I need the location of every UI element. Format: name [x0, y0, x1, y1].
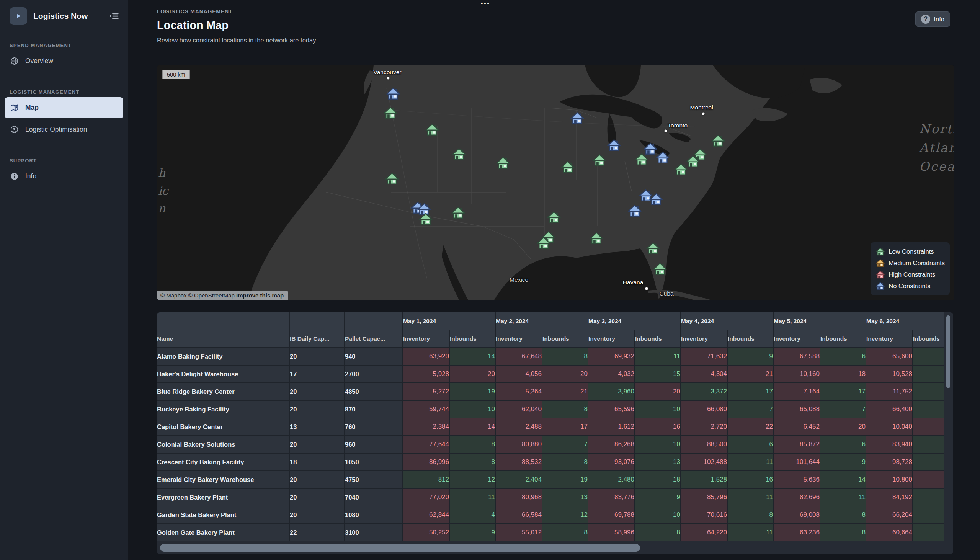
inventory-cell: 69,788 [588, 506, 635, 523]
inbounds-cell: 18 [635, 471, 681, 488]
location-marker-low-constraints[interactable] [646, 241, 660, 256]
pallet-capacity-cell: 1050 [345, 453, 403, 471]
medium-constraints-house-icon [875, 258, 885, 268]
inventory-cell: 5,264 [495, 383, 542, 400]
page-subtitle: Review how constraint locations in the n… [157, 37, 316, 44]
sidebar-item-info[interactable]: Info [5, 166, 123, 187]
inventory-cell: 80,968 [495, 488, 542, 506]
pallet-capacity-cell: 960 [345, 436, 403, 453]
inbounds-cell: 9 [820, 453, 866, 471]
location-marker-low-constraints[interactable] [653, 262, 667, 277]
inbounds-cell: 6 [820, 436, 866, 453]
inbounds-cell: 10 [635, 400, 681, 418]
location-marker-no-constraints[interactable] [386, 87, 400, 101]
location-marker-low-constraints[interactable] [634, 152, 649, 167]
column-header-inbounds: Inbounds [635, 330, 681, 348]
ocean-label-fragment: h [158, 166, 165, 180]
sidebar-item-logistic-optimisation[interactable]: Logistic Optimisation [5, 119, 123, 140]
table-row: Buckeye Baking Facility2087059,7441062,0… [157, 400, 944, 418]
location-marker-no-constraints[interactable] [607, 138, 621, 153]
map-icon [10, 103, 19, 112]
inbounds-cell: 14 [820, 471, 866, 488]
facility-name-cell: Alamo Baking Facility [157, 348, 289, 365]
ocean-label-atlantic: Ocean [919, 159, 954, 174]
inventory-cell: 102,488 [681, 453, 727, 471]
inventory-cell: 83,940 [866, 436, 913, 453]
inbounds-cell: 8 [635, 523, 681, 541]
ib-daily-cap-cell: 13 [289, 418, 345, 436]
date-group-header: May 1, 2024 [403, 312, 495, 330]
facility-name-cell: Emerald City Bakery Warehouse [157, 471, 289, 488]
inbounds-cell [913, 488, 944, 506]
location-marker-low-constraints[interactable] [674, 162, 688, 177]
sidebar-item-map[interactable]: Map [5, 97, 123, 118]
location-marker-low-constraints[interactable] [496, 156, 510, 170]
inventory-cell: 77,644 [403, 436, 449, 453]
inventory-cell: 88,532 [495, 453, 542, 471]
improve-map-link[interactable]: Improve this map [236, 292, 284, 298]
inbounds-cell: 13 [635, 453, 681, 471]
pallet-capacity-cell: 7040 [345, 488, 403, 506]
inventory-cell: 812 [403, 471, 449, 488]
location-marker-low-constraints[interactable] [451, 205, 465, 220]
map-attribution: © Mapbox © OpenStreetMap Improve this ma… [157, 290, 288, 300]
app-logo[interactable] [10, 7, 27, 25]
ib-daily-cap-cell: 20 [289, 436, 345, 453]
inbounds-cell: 16 [727, 471, 773, 488]
horizontal-scrollbar[interactable] [160, 544, 640, 552]
column-header-pallet-capacity: Pallet Capac... [345, 330, 403, 348]
collapse-sidebar-icon[interactable] [108, 10, 120, 22]
location-marker-no-constraints[interactable] [649, 192, 663, 207]
window-drag-handle[interactable]: ••• [481, 0, 490, 7]
page-title: Location Map [157, 19, 316, 32]
inventory-cell: 2,404 [495, 471, 542, 488]
location-marker-low-constraints[interactable] [385, 172, 399, 186]
inventory-cell: 82,696 [773, 488, 820, 506]
facility-name-cell: Capitol Bakery Center [157, 418, 289, 436]
inbounds-cell: 6 [727, 436, 773, 453]
location-marker-low-constraints[interactable] [592, 153, 607, 168]
sidebar-item-label: Logistic Optimisation [25, 125, 87, 133]
location-marker-low-constraints[interactable] [589, 231, 604, 246]
info-button[interactable]: ? Info [915, 12, 950, 27]
pallet-capacity-cell: 3100 [345, 523, 403, 541]
location-marker-low-constraints[interactable] [425, 122, 440, 137]
location-marker-low-constraints[interactable] [452, 147, 466, 162]
location-marker-low-constraints[interactable] [536, 236, 551, 250]
vertical-scrollbar[interactable] [946, 315, 950, 388]
table-row: Evergreen Bakery Plant20704077,0201180,9… [157, 488, 944, 506]
globe-icon [10, 57, 19, 65]
ib-daily-cap-cell: 20 [289, 400, 345, 418]
location-marker-low-constraints[interactable] [383, 106, 398, 120]
table-row: Alamo Baking Facility2094063,9201467,648… [157, 348, 944, 365]
pallet-capacity-cell: 1080 [345, 506, 403, 523]
city-label-vancouver: Vancouver [373, 69, 402, 76]
location-marker-low-constraints[interactable] [418, 212, 433, 227]
app-root: Logistics Now SPEND MANAGEMENT Overview … [0, 0, 980, 560]
location-marker-low-constraints[interactable] [711, 133, 725, 148]
column-header-inventory: Inventory [866, 330, 913, 348]
location-marker-no-constraints[interactable] [655, 150, 670, 165]
legend-item-medium: Medium Constraints [875, 257, 945, 269]
inventory-cell: 4,304 [681, 365, 727, 383]
ocean-label-atlantic: Atlantic [919, 140, 954, 155]
inventory-cell: 80,880 [495, 436, 542, 453]
inventory-cell: 69,932 [588, 348, 635, 365]
ib-daily-cap-cell: 20 [289, 348, 345, 365]
sidebar: Logistics Now SPEND MANAGEMENT Overview … [0, 0, 128, 560]
legend-label: Low Constraints [888, 248, 934, 255]
sidebar-item-overview[interactable]: Overview [5, 50, 123, 72]
inventory-cell: 85,872 [773, 436, 820, 453]
inbounds-cell: 8 [542, 523, 588, 541]
inbounds-cell: 10 [635, 506, 681, 523]
location-marker-low-constraints[interactable] [560, 160, 575, 175]
map-container[interactable]: 500 km NorthAtlanticOceanhicn VancouverM… [157, 65, 954, 300]
table-row: Garden State Bakery Plant20108062,844466… [157, 506, 944, 523]
inbounds-cell [913, 348, 944, 365]
location-marker-no-constraints[interactable] [627, 203, 642, 218]
sidebar-item-label: Overview [25, 57, 53, 65]
inventory-cell: 2,384 [403, 418, 449, 436]
location-marker-no-constraints[interactable] [570, 111, 585, 125]
location-marker-low-constraints[interactable] [547, 210, 561, 225]
ib-daily-cap-cell: 20 [289, 506, 345, 523]
